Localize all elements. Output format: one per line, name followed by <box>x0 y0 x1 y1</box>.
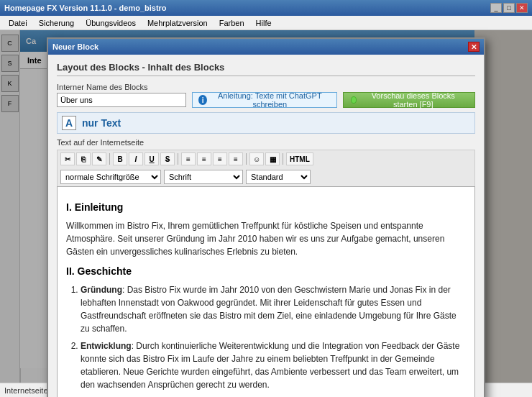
toolbar-table[interactable]: ▦ <box>265 152 280 165</box>
chatgpt-btn-label: Anleitung: Texte mit ChatGPT schreiben <box>209 91 330 109</box>
toolbar-align-left[interactable]: ≡ <box>181 152 196 165</box>
modal-close-button[interactable]: ✕ <box>468 42 480 52</box>
list-item-2: Entwicklung: Durch kontinuierliche Weite… <box>81 339 466 391</box>
app-area: C S K F Ca Inte Sch t machen Menüpunkt t… <box>0 30 532 383</box>
menu-bar: Datei Sicherung Übungsvideos Mehrplatzve… <box>0 16 532 30</box>
rte-list: Gründung: Das Bistro Fix wurde im Jahr 2… <box>81 283 466 391</box>
app-title: Homepage FX Version 11.1.0 - demo_bistro <box>4 4 167 12</box>
toolbar-html[interactable]: HTML <box>286 152 313 165</box>
menu-uebungsvideos[interactable]: Übungsvideos <box>80 17 142 29</box>
title-bar: Homepage FX Version 11.1.0 - demo_bistro… <box>0 0 532 16</box>
list-item-2-bold: Entwicklung <box>81 341 132 351</box>
toolbar-align-right[interactable]: ≡ <box>213 152 227 165</box>
rte-heading-2: II. Geschichte <box>66 264 466 279</box>
preview-btn-label: Vorschau dieses Blocks starten [F9] <box>359 91 467 109</box>
block-type-label: nur Text <box>82 117 121 129</box>
toolbar-sep-4 <box>283 153 283 165</box>
modal-title: Neuer Block <box>52 42 98 51</box>
toolbar-strikethrough[interactable]: S <box>160 152 175 165</box>
toolbar-paste[interactable]: ✎ <box>92 152 106 165</box>
menu-farben[interactable]: Farben <box>214 17 250 29</box>
rte-paragraph-1: Willkommen im Bistro Fix, Ihrem gemütlic… <box>66 219 466 258</box>
internal-name-label: Interner Name des Blocks <box>57 83 186 91</box>
paragraph-style-select[interactable]: Standard Überschrift 1 Überschrift 2 <box>246 170 311 184</box>
toolbar-italic[interactable]: I <box>129 152 143 165</box>
minimize-button[interactable]: _ <box>490 3 502 13</box>
toolbar-align-justify[interactable]: ≡ <box>229 152 243 165</box>
editor-toolbar: ✂ ⎘ ✎ B I U S ≡ ≡ ≡ ≡ ☺ ▦ <box>57 150 475 168</box>
menu-datei[interactable]: Datei <box>3 17 33 29</box>
section-title: Layout des Blocks - Inhalt des Blocks <box>57 62 475 76</box>
toolbar-selects-row: normale Schriftgröße klein groß Schrift … <box>57 168 475 186</box>
info-icon: i <box>198 95 207 105</box>
menu-mehrplatzversion[interactable]: Mehrplatzversion <box>142 17 214 29</box>
rte-heading-1: I. Einleitung <box>66 200 466 215</box>
list-item-1-text: : Das Bistro Fix wurde im Jahr 2010 von … <box>81 285 457 334</box>
font-family-select[interactable]: Schrift Arial <box>164 170 243 184</box>
toolbar-underline[interactable]: U <box>145 152 159 165</box>
internal-name-row: Interner Name des Blocks i Anleitung: Te… <box>57 82 475 108</box>
maximize-button[interactable]: □ <box>503 3 515 13</box>
toolbar-emoji[interactable]: ☺ <box>249 152 264 165</box>
toolbar-cut[interactable]: ✂ <box>60 152 75 165</box>
list-item-2-text: : Durch kontinuierliche Weiterentwicklun… <box>81 341 459 390</box>
modal-dialog: Neuer Block ✕ Layout des Blocks - Inhalt… <box>47 37 485 397</box>
list-item-1: Gründung: Das Bistro Fix wurde im Jahr 2… <box>81 283 466 335</box>
internal-name-input[interactable] <box>57 93 186 107</box>
toolbar-bold[interactable]: B <box>113 152 127 165</box>
preview-button[interactable]: Vorschau dieses Blocks starten [F9] <box>343 92 475 108</box>
toolbar-align-center[interactable]: ≡ <box>197 152 211 165</box>
preview-circle-icon <box>351 96 357 104</box>
title-buttons: _ □ ✕ <box>490 3 528 13</box>
font-size-select[interactable]: normale Schriftgröße klein groß <box>60 170 161 184</box>
editor-label: Text auf der Internetseite <box>57 138 475 147</box>
block-type-icon: A <box>62 116 76 130</box>
modal-titlebar: Neuer Block ✕ <box>48 39 484 55</box>
modal-overlay: Neuer Block ✕ Layout des Blocks - Inhalt… <box>0 30 532 383</box>
menu-sicherung[interactable]: Sicherung <box>33 17 81 29</box>
modal-body: Layout des Blocks - Inhalt des Blocks In… <box>48 55 484 397</box>
chatgpt-info-button[interactable]: i Anleitung: Texte mit ChatGPT schreiben <box>192 92 337 108</box>
toolbar-sep-2 <box>178 153 178 165</box>
toolbar-copy[interactable]: ⎘ <box>76 152 91 165</box>
block-type-row: A nur Text <box>57 112 475 134</box>
toolbar-sep-1 <box>109 153 110 165</box>
rte-content: I. Einleitung Willkommen im Bistro Fix, … <box>66 200 466 391</box>
list-item-1-bold: Gründung <box>81 285 122 295</box>
menu-hilfe[interactable]: Hilfe <box>250 17 278 29</box>
toolbar-sep-3 <box>246 153 247 165</box>
close-button[interactable]: ✕ <box>516 3 528 13</box>
rich-text-editor[interactable]: I. Einleitung Willkommen im Bistro Fix, … <box>57 186 475 397</box>
